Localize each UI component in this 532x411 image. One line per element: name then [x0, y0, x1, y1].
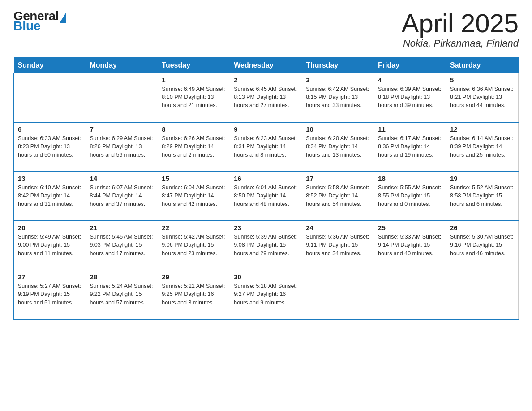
calendar-header-sunday: Sunday: [14, 57, 86, 73]
day-info: Sunrise: 5:45 AM Sunset: 9:03 PM Dayligh…: [90, 233, 154, 257]
calendar-cell: [302, 270, 374, 319]
calendar-week-row: 1Sunrise: 6:49 AM Sunset: 8:10 PM Daylig…: [14, 73, 519, 122]
day-info: Sunrise: 6:26 AM Sunset: 8:29 PM Dayligh…: [162, 134, 226, 158]
day-info: Sunrise: 5:36 AM Sunset: 9:11 PM Dayligh…: [306, 233, 370, 257]
calendar-cell: [14, 73, 86, 122]
month-title: April 2025: [402, 9, 519, 38]
day-number: 20: [18, 224, 82, 231]
day-number: 10: [306, 125, 370, 133]
day-number: 22: [162, 224, 226, 231]
calendar-cell: 25Sunrise: 5:33 AM Sunset: 9:14 PM Dayli…: [374, 221, 446, 270]
calendar-cell: [374, 270, 446, 319]
calendar-header-thursday: Thursday: [302, 57, 374, 73]
day-info: Sunrise: 6:17 AM Sunset: 8:36 PM Dayligh…: [378, 134, 442, 158]
calendar-cell: 17Sunrise: 5:58 AM Sunset: 8:52 PM Dayli…: [302, 171, 374, 221]
day-number: 2: [234, 76, 298, 84]
calendar-cell: 1Sunrise: 6:49 AM Sunset: 8:10 PM Daylig…: [158, 73, 230, 122]
calendar-header-row: SundayMondayTuesdayWednesdayThursdayFrid…: [14, 57, 519, 73]
day-info: Sunrise: 5:21 AM Sunset: 9:25 PM Dayligh…: [162, 282, 226, 306]
calendar-cell: 5Sunrise: 6:36 AM Sunset: 8:21 PM Daylig…: [446, 73, 519, 122]
calendar-cell: 22Sunrise: 5:42 AM Sunset: 9:06 PM Dayli…: [158, 221, 230, 270]
day-number: 3: [306, 76, 370, 84]
day-number: 21: [90, 224, 154, 231]
calendar-cell: 13Sunrise: 6:10 AM Sunset: 8:42 PM Dayli…: [14, 171, 86, 221]
day-number: 28: [90, 273, 154, 281]
day-number: 7: [90, 125, 154, 133]
calendar-cell: 19Sunrise: 5:52 AM Sunset: 8:58 PM Dayli…: [446, 171, 519, 221]
day-number: 24: [306, 224, 370, 231]
calendar-header-monday: Monday: [86, 57, 158, 73]
calendar-cell: 26Sunrise: 5:30 AM Sunset: 9:16 PM Dayli…: [446, 221, 519, 270]
day-number: 15: [162, 175, 226, 182]
calendar-cell: 20Sunrise: 5:49 AM Sunset: 9:00 PM Dayli…: [14, 221, 86, 270]
day-info: Sunrise: 6:01 AM Sunset: 8:50 PM Dayligh…: [234, 184, 298, 208]
calendar-cell: 18Sunrise: 5:55 AM Sunset: 8:55 PM Dayli…: [374, 171, 446, 221]
day-info: Sunrise: 6:10 AM Sunset: 8:42 PM Dayligh…: [18, 184, 82, 208]
logo-triangle-icon: [60, 13, 66, 23]
day-number: 30: [234, 273, 298, 281]
calendar-cell: 15Sunrise: 6:04 AM Sunset: 8:47 PM Dayli…: [158, 171, 230, 221]
day-info: Sunrise: 5:55 AM Sunset: 8:55 PM Dayligh…: [378, 184, 442, 208]
calendar-cell: [446, 270, 519, 319]
page-header: General Blue April 2025 Nokia, Pirkanmaa…: [13, 9, 519, 49]
day-info: Sunrise: 5:33 AM Sunset: 9:14 PM Dayligh…: [378, 233, 442, 257]
day-number: 14: [90, 175, 154, 182]
calendar-cell: 3Sunrise: 6:42 AM Sunset: 8:15 PM Daylig…: [302, 73, 374, 122]
day-number: 13: [18, 175, 82, 182]
calendar-cell: [86, 73, 158, 122]
day-number: 12: [450, 125, 515, 133]
calendar-cell: 21Sunrise: 5:45 AM Sunset: 9:03 PM Dayli…: [86, 221, 158, 270]
day-info: Sunrise: 5:18 AM Sunset: 9:27 PM Dayligh…: [234, 282, 298, 306]
day-info: Sunrise: 6:39 AM Sunset: 8:18 PM Dayligh…: [378, 85, 442, 109]
calendar-cell: 23Sunrise: 5:39 AM Sunset: 9:08 PM Dayli…: [230, 221, 302, 270]
day-number: 16: [234, 175, 298, 182]
logo-blue-text: Blue: [13, 19, 41, 33]
day-number: 4: [378, 76, 442, 84]
calendar-header-friday: Friday: [374, 57, 446, 73]
calendar-header-saturday: Saturday: [446, 57, 519, 73]
calendar-cell: 6Sunrise: 6:33 AM Sunset: 8:23 PM Daylig…: [14, 122, 86, 171]
day-number: 11: [378, 125, 442, 133]
calendar-body: 1Sunrise: 6:49 AM Sunset: 8:10 PM Daylig…: [14, 73, 519, 319]
calendar-week-row: 20Sunrise: 5:49 AM Sunset: 9:00 PM Dayli…: [14, 221, 519, 270]
calendar-cell: 12Sunrise: 6:14 AM Sunset: 8:39 PM Dayli…: [446, 122, 519, 171]
day-info: Sunrise: 6:29 AM Sunset: 8:26 PM Dayligh…: [90, 134, 154, 158]
calendar-cell: 16Sunrise: 6:01 AM Sunset: 8:50 PM Dayli…: [230, 171, 302, 221]
day-info: Sunrise: 5:42 AM Sunset: 9:06 PM Dayligh…: [162, 233, 226, 257]
day-info: Sunrise: 5:49 AM Sunset: 9:00 PM Dayligh…: [18, 233, 82, 257]
day-info: Sunrise: 6:45 AM Sunset: 8:13 PM Dayligh…: [234, 85, 298, 109]
calendar-header-tuesday: Tuesday: [158, 57, 230, 73]
day-number: 8: [162, 125, 226, 133]
day-info: Sunrise: 5:27 AM Sunset: 9:19 PM Dayligh…: [18, 282, 82, 306]
day-info: Sunrise: 6:04 AM Sunset: 8:47 PM Dayligh…: [162, 184, 226, 208]
day-info: Sunrise: 5:24 AM Sunset: 9:22 PM Dayligh…: [90, 282, 154, 306]
day-info: Sunrise: 6:20 AM Sunset: 8:34 PM Dayligh…: [306, 134, 370, 158]
calendar-table: SundayMondayTuesdayWednesdayThursdayFrid…: [13, 57, 519, 320]
title-area: April 2025 Nokia, Pirkanmaa, Finland: [402, 9, 519, 49]
calendar-cell: 4Sunrise: 6:39 AM Sunset: 8:18 PM Daylig…: [374, 73, 446, 122]
location-text: Nokia, Pirkanmaa, Finland: [402, 38, 519, 49]
day-number: 19: [450, 175, 515, 182]
day-number: 9: [234, 125, 298, 133]
day-number: 26: [450, 224, 515, 231]
day-number: 5: [450, 76, 515, 84]
day-number: 17: [306, 175, 370, 182]
calendar-week-row: 13Sunrise: 6:10 AM Sunset: 8:42 PM Dayli…: [14, 171, 519, 221]
day-info: Sunrise: 6:14 AM Sunset: 8:39 PM Dayligh…: [450, 134, 515, 158]
calendar-week-row: 6Sunrise: 6:33 AM Sunset: 8:23 PM Daylig…: [14, 122, 519, 171]
day-number: 6: [18, 125, 82, 133]
calendar-cell: 30Sunrise: 5:18 AM Sunset: 9:27 PM Dayli…: [230, 270, 302, 319]
day-info: Sunrise: 6:23 AM Sunset: 8:31 PM Dayligh…: [234, 134, 298, 158]
day-info: Sunrise: 5:39 AM Sunset: 9:08 PM Dayligh…: [234, 233, 298, 257]
logo: General Blue: [13, 9, 66, 33]
calendar-cell: 24Sunrise: 5:36 AM Sunset: 9:11 PM Dayli…: [302, 221, 374, 270]
calendar-week-row: 27Sunrise: 5:27 AM Sunset: 9:19 PM Dayli…: [14, 270, 519, 319]
day-number: 29: [162, 273, 226, 281]
day-number: 18: [378, 175, 442, 182]
calendar-cell: 29Sunrise: 5:21 AM Sunset: 9:25 PM Dayli…: [158, 270, 230, 319]
calendar-cell: 10Sunrise: 6:20 AM Sunset: 8:34 PM Dayli…: [302, 122, 374, 171]
day-number: 23: [234, 224, 298, 231]
day-info: Sunrise: 6:33 AM Sunset: 8:23 PM Dayligh…: [18, 134, 82, 158]
calendar-cell: 27Sunrise: 5:27 AM Sunset: 9:19 PM Dayli…: [14, 270, 86, 319]
day-info: Sunrise: 6:49 AM Sunset: 8:10 PM Dayligh…: [162, 85, 226, 109]
